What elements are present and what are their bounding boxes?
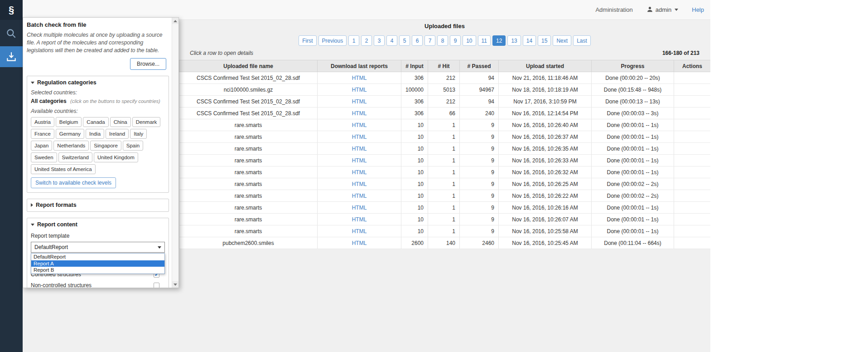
country-button-netherlands[interactable]: Netherlands: [53, 141, 89, 151]
table-cell: 9: [460, 190, 499, 202]
table-row[interactable]: rare.smartsHTML1019Nov 16, 2016, 10:26:1…: [179, 202, 711, 214]
column-header-passed[interactable]: # Passed: [460, 60, 499, 72]
country-button-china[interactable]: China: [110, 117, 131, 127]
report-link[interactable]: HTML: [352, 122, 367, 128]
column-header-actions[interactable]: Actions: [674, 60, 711, 72]
page-button-4[interactable]: 4: [386, 35, 397, 46]
page-button-12[interactable]: 12: [492, 35, 506, 46]
table-row[interactable]: rare.smartsHTML1019Nov 16, 2016, 10:26:3…: [179, 131, 711, 143]
page-button-previous[interactable]: Previous: [318, 35, 347, 46]
report-link[interactable]: HTML: [352, 146, 367, 152]
column-header-hit[interactable]: # Hit: [428, 60, 460, 72]
browse-button[interactable]: Browse...: [130, 58, 166, 70]
page-button-last[interactable]: Last: [573, 35, 591, 46]
report-link[interactable]: HTML: [352, 75, 367, 81]
table-row[interactable]: rare.smartsHTML1019Nov 16, 2016, 10:26:3…: [179, 143, 711, 155]
country-button-belgium[interactable]: Belgium: [56, 117, 82, 127]
page-button-next[interactable]: Next: [553, 35, 571, 46]
section-header-report-content[interactable]: Report content: [31, 221, 165, 228]
template-option-report-b[interactable]: Report B: [31, 267, 164, 274]
report-link[interactable]: HTML: [352, 110, 367, 117]
country-button-switzerland[interactable]: Switzerland: [58, 152, 92, 162]
country-button-germany[interactable]: Germany: [56, 129, 84, 139]
checkbox-non-controlled-structures[interactable]: [154, 283, 159, 288]
table-row[interactable]: rare.smartsHTML1019Nov 16, 2016, 10:26:2…: [179, 190, 711, 202]
page-button-13[interactable]: 13: [507, 35, 521, 46]
table-row[interactable]: CSCS Confirmed Test Set 2015_02_28.sdfHT…: [179, 108, 711, 119]
page-button-10[interactable]: 10: [463, 35, 476, 46]
table-row[interactable]: CSCS Confirmed Test Set 2015_02_28.sdfHT…: [179, 72, 711, 84]
column-header-upload-started[interactable]: Upload started: [499, 60, 592, 72]
country-button-united-kingdom[interactable]: United Kingdom: [94, 152, 138, 162]
table-cell: Done (00:00:01 -- 1s): [592, 131, 674, 143]
report-link[interactable]: HTML: [352, 193, 367, 199]
table-cell: Done (00:00:20 -- 20s): [592, 72, 674, 84]
report-link[interactable]: HTML: [352, 181, 367, 187]
sidebar-item-search[interactable]: [0, 24, 23, 44]
country-button-denmark[interactable]: Denmark: [132, 117, 161, 127]
page-button-7[interactable]: 7: [424, 35, 435, 46]
scroll-down-arrow-icon[interactable]: [172, 281, 178, 288]
administration-link[interactable]: Administration: [595, 6, 632, 13]
page-button-2[interactable]: 2: [361, 35, 372, 46]
help-link[interactable]: Help: [692, 6, 704, 13]
report-link[interactable]: HTML: [352, 98, 367, 105]
report-link[interactable]: HTML: [352, 134, 367, 140]
country-button-india[interactable]: India: [86, 129, 104, 139]
report-link[interactable]: HTML: [352, 216, 367, 223]
sidebar-item-batch-check[interactable]: [0, 46, 23, 67]
country-button-ireland[interactable]: Ireland: [106, 129, 129, 139]
table-row[interactable]: rare.smartsHTML1019Nov 16, 2016, 10:25:5…: [179, 225, 711, 237]
report-link[interactable]: HTML: [352, 205, 367, 211]
switch-check-levels-button[interactable]: Switch to available check levels: [31, 177, 116, 188]
page-button-first[interactable]: First: [299, 35, 316, 46]
table-cell: 240: [460, 108, 499, 119]
country-button-italy[interactable]: Italy: [130, 129, 147, 139]
page-button-9[interactable]: 9: [450, 35, 461, 46]
country-button-canada[interactable]: Canada: [83, 117, 108, 127]
user-menu[interactable]: admin: [646, 6, 678, 14]
country-button-united-states-of-america[interactable]: United States of America: [31, 164, 96, 174]
report-link[interactable]: HTML: [352, 87, 367, 93]
column-header-uploaded-file-name[interactable]: Uploaded file name: [179, 60, 318, 72]
table-cell: 9: [460, 214, 499, 225]
page-button-11[interactable]: 11: [478, 35, 491, 46]
page-button-8[interactable]: 8: [437, 35, 448, 46]
report-link[interactable]: HTML: [352, 228, 367, 235]
section-header-report-formats[interactable]: Report formats: [31, 202, 165, 208]
report-link[interactable]: HTML: [352, 169, 367, 176]
report-link[interactable]: HTML: [352, 240, 367, 246]
table-row[interactable]: nci100000.smiles.gzHTML100000501394967No…: [179, 84, 711, 96]
page-button-5[interactable]: 5: [399, 35, 410, 46]
table-row[interactable]: rare.smartsHTML1019Nov 16, 2016, 10:26:2…: [179, 178, 711, 190]
country-button-france[interactable]: France: [31, 129, 54, 139]
column-header-progress[interactable]: Progress: [592, 60, 674, 72]
section-header-regulation[interactable]: Regulation categories: [31, 79, 165, 86]
country-button-austria[interactable]: Austria: [31, 117, 54, 127]
report-link[interactable]: HTML: [352, 157, 367, 164]
panel-scrollbar[interactable]: [172, 18, 178, 288]
template-option-report-a[interactable]: Report A: [31, 260, 164, 267]
app-window: Administration admin Help § Uploaded fil…: [0, 0, 710, 352]
table-row[interactable]: rare.smartsHTML1019Nov 16, 2016, 10:26:4…: [179, 119, 711, 131]
country-button-spain[interactable]: Spain: [123, 141, 143, 151]
page-button-15[interactable]: 15: [538, 35, 551, 46]
page-button-3[interactable]: 3: [374, 35, 385, 46]
scroll-up-arrow-icon[interactable]: [172, 18, 178, 24]
report-template-select[interactable]: DefaultReport: [31, 242, 165, 253]
country-button-singapore[interactable]: Singapore: [90, 141, 121, 151]
table-row[interactable]: rare.smartsHTML1019Nov 16, 2016, 10:26:0…: [179, 214, 711, 225]
country-button-sweden[interactable]: Sweden: [31, 152, 57, 162]
country-button-japan[interactable]: Japan: [31, 141, 52, 151]
page-button-1[interactable]: 1: [348, 35, 359, 46]
table-row[interactable]: rare.smartsHTML1019Nov 16, 2016, 10:26:3…: [179, 155, 711, 166]
page-button-14[interactable]: 14: [523, 35, 536, 46]
country-buttons: AustriaBelgiumCanadaChinaDenmarkFranceGe…: [31, 116, 165, 175]
table-row[interactable]: pubchem2600.smilesHTML26001402460Nov 16,…: [179, 237, 711, 249]
page-button-6[interactable]: 6: [412, 35, 423, 46]
table-row[interactable]: rare.smartsHTML1019Nov 16, 2016, 10:26:3…: [179, 166, 711, 178]
column-header-download-last-reports[interactable]: Download last reports: [318, 60, 401, 72]
table-row[interactable]: CSCS Confirmed Test Set 2015_02_28.sdfHT…: [179, 96, 711, 108]
template-option-defaultreport[interactable]: DefaultReport: [31, 254, 164, 260]
column-header-input[interactable]: # Input: [401, 60, 428, 72]
